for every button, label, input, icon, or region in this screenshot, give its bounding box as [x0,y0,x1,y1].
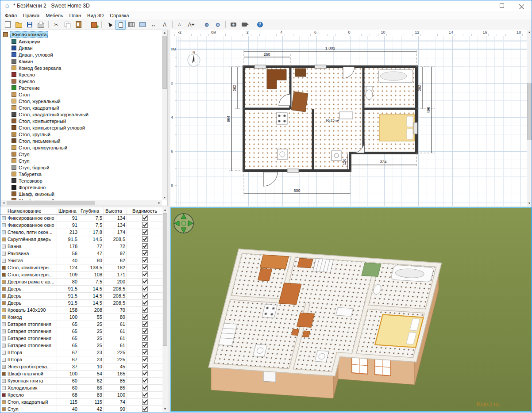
catalog-item[interactable]: Аквариум [1,38,162,45]
visibility-checkbox[interactable] [142,349,148,355]
catalog-item[interactable]: Стол [1,91,162,98]
table-row[interactable]: Стекло, пяти окон...21317,8174 [0,229,162,236]
visibility-checkbox[interactable] [142,356,148,362]
create-photo-button[interactable] [228,20,239,30]
table-row[interactable]: Штора6723225 [0,356,162,363]
table-vscrollbar[interactable]: ▲ ▼ [162,207,168,412]
copy-button[interactable] [62,20,73,30]
menu-view3d[interactable]: Вид 3D [84,12,107,19]
visibility-checkbox[interactable] [142,363,148,369]
visibility-checkbox[interactable] [142,229,148,235]
plan-vscroll-thumb[interactable] [527,83,532,140]
plan-vscrollbar[interactable]: ▲ ▼ [527,30,532,206]
catalog-item[interactable]: Стол, круглый [1,131,162,138]
table-row[interactable]: Дверная рама с ар...807,5200 [0,279,162,286]
table-row[interactable]: Комод1005580 [0,314,162,321]
table-row[interactable]: Кровать 140x19015820870 [0,307,162,314]
visibility-checkbox[interactable] [142,236,148,242]
menu-edit[interactable]: Правка [20,12,42,19]
visibility-checkbox[interactable] [142,286,148,291]
visibility-checkbox[interactable] [142,215,148,221]
table-row[interactable]: Фиксированное окно917,5134 [0,222,162,229]
table-row[interactable]: Батарея отопления652561 [0,335,162,342]
scroll-down-icon[interactable]: ▼ [162,195,167,200]
new-plan-button[interactable] [2,20,13,30]
visibility-checkbox[interactable] [142,328,148,334]
visibility-checkbox[interactable] [142,257,148,263]
visibility-checkbox[interactable] [142,314,148,320]
catalog-item[interactable]: Стул, барный [1,164,162,171]
decrease-text-size-button[interactable]: A- [175,20,185,30]
navigation-widget[interactable] [174,214,193,233]
table-row[interactable]: Ванна1787772 [0,243,162,250]
table-row[interactable]: Батарея отопления652561 [0,328,162,335]
create-rooms-button[interactable] [137,20,148,30]
open-plan-button[interactable] [13,20,24,30]
scroll-up-icon[interactable]: ▲ [162,207,168,213]
catalog-item[interactable]: Диван [1,45,162,51]
create-dimensions-button[interactable]: ↔ [148,20,159,30]
catalog-hscroll-thumb[interactable] [7,201,95,205]
scroll-up-icon[interactable]: ▲ [527,30,532,35]
visibility-checkbox[interactable] [142,335,148,341]
visibility-checkbox[interactable] [142,378,148,383]
scroll-left-icon[interactable]: ◄ [1,200,6,206]
visibility-checkbox[interactable] [142,392,148,398]
catalog-item[interactable]: Стол, компьютерный [1,118,162,124]
catalog-item[interactable]: Шкаф, книжный [1,191,162,197]
visibility-checkbox[interactable] [142,264,148,270]
scroll-down-icon[interactable]: ▼ [527,201,532,206]
catalog-item[interactable]: Стол, журнальный [1,98,162,104]
paste-button[interactable] [73,20,84,30]
visibility-checkbox[interactable] [142,222,148,228]
table-row[interactable]: Холодильник606685 [0,385,162,392]
table-row[interactable]: Стол, компьютерн...109108171 [0,272,162,279]
menu-help[interactable]: Справка [107,12,132,19]
help-button[interactable] [254,20,265,30]
visibility-checkbox[interactable] [142,342,148,348]
table-row[interactable]: Кресло6883100 [0,392,162,399]
catalog-item[interactable]: Табуретка [1,171,162,177]
catalog-item[interactable]: Стул [1,151,162,157]
catalog-item[interactable]: Комод без зеркала [1,65,162,71]
zoom-in-button[interactable]: ⊕ [201,20,212,30]
catalog-category[interactable]: Жилая комната [1,31,162,38]
table-row[interactable]: Батарея отопления652561 [0,321,162,328]
catalog-item[interactable]: Стол, прямоугольный [1,144,162,151]
catalog-item[interactable]: Камин [1,58,162,65]
column-header[interactable]: Ширина [57,207,79,214]
close-button[interactable] [512,0,532,11]
visibility-checkbox[interactable] [142,385,148,390]
table-row[interactable]: Раковина564797 [0,250,162,257]
catalog-item[interactable]: Кресло [1,78,162,84]
pan-button[interactable] [115,20,126,30]
catalog-item[interactable]: Кресло [1,71,162,78]
table-row[interactable]: Электрообогрева...371045 [0,363,162,371]
catalog-item[interactable]: Стол, квадратный журнальный [1,111,162,118]
create-video-button[interactable] [239,20,250,30]
save-plan-button[interactable] [24,20,35,30]
catalog-item[interactable]: Диван, угловой [1,51,162,58]
table-row[interactable]: Скруглённая дверь91,514,5208,5 [0,236,162,243]
table-row[interactable]: Стол, компьютерн...124138,5182 [0,264,162,272]
table-row[interactable]: Штора6723225 [0,349,162,356]
column-header[interactable]: Наименование [0,207,57,214]
catalog-vscrollbar[interactable]: ▲ ▼ [162,30,167,200]
print-button[interactable] [35,20,46,30]
create-text-button[interactable]: A [159,20,170,30]
zoom-out-button[interactable]: ⊖ [212,20,223,30]
table-row[interactable]: Кухонная плита606285 [0,378,162,385]
visibility-checkbox[interactable] [142,371,148,376]
table-row[interactable]: Батарея отопления652561 [0,342,162,349]
column-header[interactable]: Видимость [127,207,162,214]
menu-furniture[interactable]: Мебель [42,12,66,19]
column-header[interactable]: Высота [104,207,127,214]
catalog-vscroll-thumb[interactable] [162,36,167,89]
table-row[interactable]: Фиксированное окно917,5134 [0,215,162,222]
catalog-item[interactable]: Фортепьяно [1,184,162,191]
menu-plan[interactable]: План [66,12,85,19]
view3d-panel[interactable]: KonJ.ru [170,207,532,412]
add-furniture-button[interactable] [89,20,99,30]
increase-text-size-button[interactable]: A+ [186,20,197,30]
scroll-up-icon[interactable]: ▲ [162,30,167,35]
